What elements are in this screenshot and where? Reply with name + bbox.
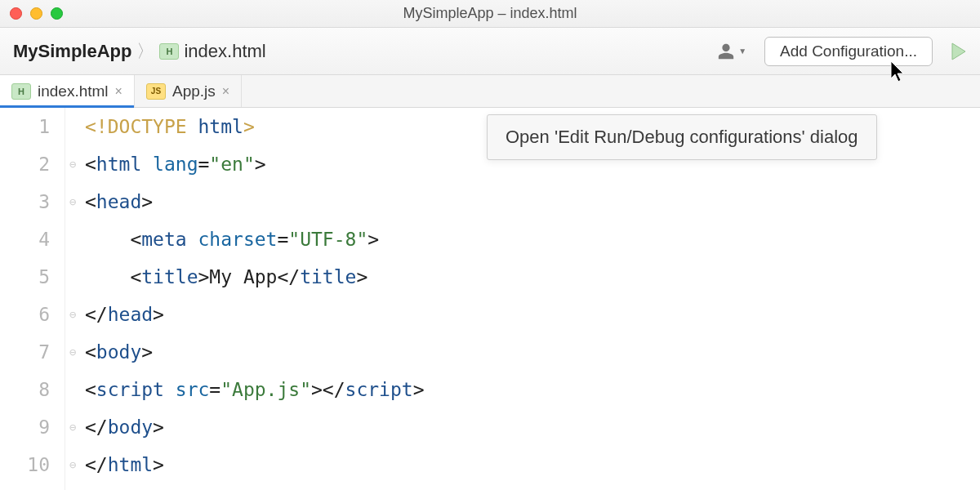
breadcrumb: MySimpleApp 〉 H index.html — [13, 39, 266, 64]
code-line[interactable]: <body> — [85, 333, 980, 371]
fold-marker-icon — [65, 108, 80, 145]
line-number: 4 — [0, 220, 50, 258]
line-number: 2 — [0, 145, 50, 183]
fold-marker-icon — [65, 220, 80, 258]
maximize-window-button[interactable] — [51, 7, 63, 20]
line-number: 3 — [0, 183, 50, 220]
line-number: 8 — [0, 371, 50, 408]
fold-gutter: ⊖⊖⊖⊖⊖⊖ — [65, 108, 80, 490]
code-editor[interactable]: 12345678910 ⊖⊖⊖⊖⊖⊖ <!DOCTYPE html><html … — [0, 108, 980, 490]
html-file-icon: H — [159, 43, 179, 60]
user-icon — [717, 42, 735, 60]
code-area[interactable]: <!DOCTYPE html><html lang="en"><head> <m… — [80, 108, 980, 490]
run-button[interactable] — [951, 42, 967, 60]
code-line[interactable]: <head> — [85, 183, 980, 220]
fold-marker-icon[interactable]: ⊖ — [65, 183, 80, 220]
line-number: 5 — [0, 258, 50, 296]
titlebar: MySimpleApp – index.html — [0, 0, 980, 28]
minimize-window-button[interactable] — [30, 7, 42, 20]
play-icon — [951, 42, 967, 60]
editor-tabs: Hindex.html×JSApp.js× — [0, 75, 980, 108]
fold-marker-icon[interactable]: ⊖ — [65, 446, 80, 483]
tab-app-js[interactable]: JSApp.js× — [135, 75, 242, 107]
fold-marker-icon[interactable]: ⊖ — [65, 333, 80, 371]
code-line[interactable]: </body> — [85, 408, 980, 446]
toolbar: MySimpleApp 〉 H index.html ▼ Add Configu… — [0, 28, 980, 75]
add-configuration-button[interactable]: Add Configuration... — [764, 37, 933, 66]
line-number: 10 — [0, 446, 50, 483]
fold-marker-icon[interactable]: ⊖ — [65, 408, 80, 446]
line-number: 9 — [0, 408, 50, 446]
close-tab-icon[interactable]: × — [115, 84, 122, 99]
code-line[interactable]: <script src="App.js"></script> — [85, 371, 980, 408]
breadcrumb-project[interactable]: MySimpleApp — [13, 41, 131, 62]
tab-label: App.js — [172, 82, 216, 100]
breadcrumb-file[interactable]: index.html — [184, 41, 265, 62]
line-number: 1 — [0, 108, 50, 145]
line-number-gutter: 12345678910 — [0, 108, 65, 490]
breadcrumb-separator-icon: 〉 — [136, 39, 154, 64]
code-line[interactable]: </head> — [85, 296, 980, 333]
close-tab-icon[interactable]: × — [222, 84, 229, 99]
fold-marker-icon[interactable]: ⊖ — [65, 296, 80, 333]
chevron-down-icon: ▼ — [738, 47, 746, 56]
svg-marker-0 — [952, 43, 965, 60]
code-line[interactable]: <title>My App</title> — [85, 258, 980, 296]
fold-marker-icon — [65, 258, 80, 296]
line-number: 7 — [0, 333, 50, 371]
line-number: 6 — [0, 296, 50, 333]
window-controls — [10, 7, 63, 20]
fold-marker-icon[interactable]: ⊖ — [65, 145, 80, 183]
close-window-button[interactable] — [10, 7, 22, 20]
window-title: MySimpleApp – index.html — [0, 5, 980, 22]
user-menu[interactable]: ▼ — [717, 42, 746, 60]
tab-label: index.html — [38, 82, 109, 100]
tab-index-html[interactable]: Hindex.html× — [0, 75, 135, 107]
code-line[interactable]: <meta charset="UTF-8"> — [85, 220, 980, 258]
code-line[interactable]: </html> — [85, 446, 980, 483]
html-file-icon: H — [11, 83, 31, 100]
fold-marker-icon — [65, 371, 80, 408]
tooltip: Open 'Edit Run/Debug configurations' dia… — [487, 114, 877, 160]
js-file-icon: JS — [146, 83, 166, 100]
